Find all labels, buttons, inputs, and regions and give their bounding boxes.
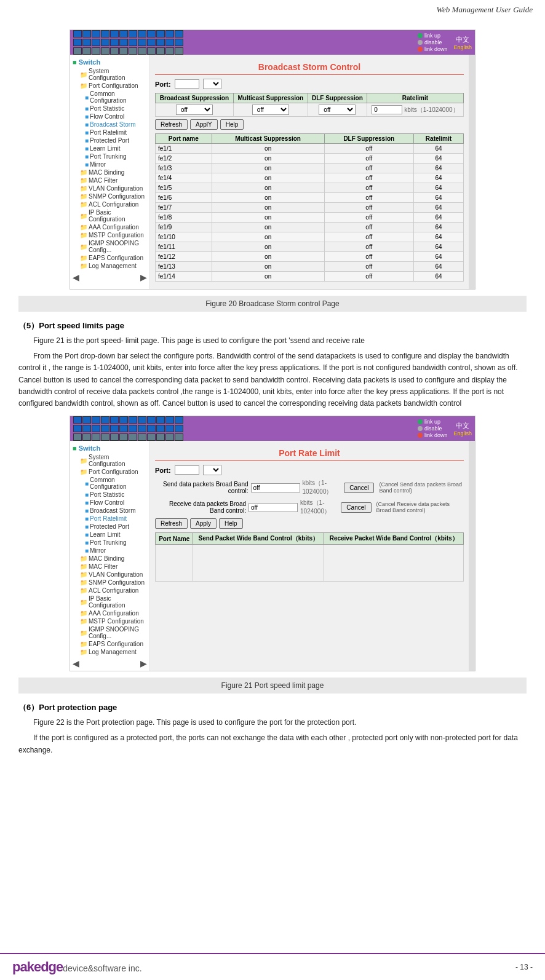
browser-chrome-1: link up disable link down 中文 English <box>70 30 475 55</box>
mc-off-select[interactable]: off <box>252 105 289 115</box>
sidebar2-item-statistic[interactable]: ■Port Statistic <box>82 491 147 499</box>
table-row: fe1/14 on off 64 <box>156 272 464 282</box>
sidebar2-item-ip[interactable]: 📁IP Basic Configuration <box>78 595 147 609</box>
sidebar2-item-mstp[interactable]: 📁MSTP Configuration <box>78 617 147 625</box>
sidebar-item-learn[interactable]: ■Learn Limit <box>82 144 147 152</box>
sidebar2-item-learn[interactable]: ■Learn Limit <box>82 531 147 539</box>
sidebar2-scroll-right[interactable]: ▶ <box>140 658 147 668</box>
sidebar-item-vlan[interactable]: 📁VLAN Configuration <box>78 184 147 192</box>
send-band-input[interactable] <box>251 483 300 492</box>
send-cancel-note: (Cancel Send data packets Broad Band con… <box>379 481 464 494</box>
sidebar-scroll-left[interactable]: ◀ <box>73 272 79 282</box>
sidebar-switch[interactable]: ■ Switch <box>73 57 147 67</box>
sidebar2-switch[interactable]: ■ Switch <box>73 443 147 453</box>
prl-help-button[interactable]: Help <box>219 518 243 529</box>
sidebar-item-flow[interactable]: ■Flow Control <box>82 113 147 121</box>
table-row: fe1/11 on off 64 <box>156 242 464 252</box>
scrollbar-1[interactable] <box>469 55 475 289</box>
sidebar-item-port[interactable]: 📁Port Configuration <box>78 82 147 90</box>
ratelimit-input[interactable] <box>372 105 402 114</box>
sidebar2-item-ratelimit[interactable]: ■Port Ratelimit <box>82 515 147 523</box>
sidebar-item-statistic[interactable]: ■Port Statistic <box>82 105 147 113</box>
prl-apply-button[interactable]: Apply <box>190 518 217 529</box>
table-row: fe1/1 on off 64 <box>156 144 464 154</box>
sidebar2-item-common[interactable]: ■Common Configuration <box>82 476 147 491</box>
sidebar-item-trunking[interactable]: ■Port Trunking <box>82 152 147 160</box>
sidebar2-item-trunking[interactable]: ■Port Trunking <box>82 539 147 547</box>
sidebar2-item-snmp[interactable]: 📁SNMP Configuration <box>78 579 147 587</box>
figure2-title: Port Rate Limit <box>155 446 464 461</box>
section5-para1: Figure 21 is the port speed- limit page.… <box>18 335 527 347</box>
sidebar-item-broadcast[interactable]: ■Broadcast Storm <box>82 121 147 128</box>
logo-rest: device&software inc. <box>63 963 141 973</box>
prl-port-select[interactable] <box>203 465 221 475</box>
apply-button-1[interactable]: ApplY <box>190 119 218 130</box>
send-band-label: Send data packets Broad Band control: <box>155 481 249 494</box>
figure1-content: Broadcast Storm Control Port: Broadcast … <box>150 55 469 289</box>
sidebar2-item-mac-filter[interactable]: 📁MAC Filter <box>78 563 147 571</box>
sidebar2-item-mirror[interactable]: ■Mirror <box>82 547 147 555</box>
sidebar-item-ratelimit[interactable]: ■Port Ratelimit <box>82 128 147 136</box>
figure2-main: ■ Switch 📁System Configuration 📁Port Con… <box>70 441 475 671</box>
sidebar-item-ip[interactable]: 📁IP Basic Configuration <box>78 208 147 223</box>
sidebar-item-acl[interactable]: 📁ACL Configuration <box>78 200 147 208</box>
dlf-suppression-header: DLF Suppression <box>308 93 367 103</box>
sidebar-item-mstp[interactable]: 📁MSTP Configuration <box>78 231 147 239</box>
port-select[interactable] <box>203 79 221 89</box>
sidebar-item-mac-binding[interactable]: 📁MAC Binding <box>78 168 147 176</box>
port-data-table-2: Port Name Send Packet Wide Band Control（… <box>155 532 464 582</box>
table-row: fe1/7 on off 64 <box>156 203 464 213</box>
sidebar-item-aaa[interactable]: 📁AAA Configuration <box>78 223 147 231</box>
sidebar-scroll-right[interactable]: ▶ <box>140 272 147 282</box>
table-row: fe1/3 on off 64 <box>156 164 464 173</box>
table-row: fe1/13 on off 64 <box>156 262 464 272</box>
bc-off-select[interactable]: off <box>176 105 213 115</box>
port-input[interactable] <box>175 79 199 89</box>
sidebar2-item-port[interactable]: 📁Port Configuration <box>78 468 147 476</box>
receive-kbits-label: kbits（1-1024000） <box>300 499 338 516</box>
sidebar2-item-system[interactable]: 📁System Configuration <box>78 453 147 468</box>
page-footer: pakedge device&software inc. - 13 - <box>0 953 545 980</box>
prl-port-input[interactable] <box>175 465 199 475</box>
sidebar2-item-acl[interactable]: 📁ACL Configuration <box>78 587 147 595</box>
col2-receive: Receive Packet Wide Band Control（kbits） <box>324 533 464 545</box>
receive-band-label: Receive data packets Broad Band control: <box>155 500 246 514</box>
sidebar2-item-flow[interactable]: ■Flow Control <box>82 499 147 507</box>
sidebar2-item-log[interactable]: 📁Log Management <box>78 648 147 656</box>
scrollbar-2[interactable] <box>469 441 475 671</box>
sidebar-item-igmp[interactable]: 📁IGMP SNOOPING Config... <box>78 239 147 254</box>
section6-para2: If the port is configured as a protected… <box>18 732 527 756</box>
help-button-1[interactable]: Help <box>220 119 244 130</box>
table-row: fe1/6 on off 64 <box>156 193 464 203</box>
sidebar2-item-igmp[interactable]: 📁IGMP SNOOPING Config... <box>78 625 147 640</box>
col2-send: Send Packet Wide Band Control（kbits） <box>193 533 324 545</box>
prl-btn-row: Refresh Apply Help <box>155 518 464 529</box>
sidebar2-item-eaps[interactable]: 📁EAPS Configuration <box>78 640 147 648</box>
suppression-ctrl-table: Broadcast Suppression Multicast Suppress… <box>155 93 464 117</box>
prl-refresh-button[interactable]: Refresh <box>155 518 188 529</box>
sidebar2-item-broadcast[interactable]: ■Broadcast Storm <box>82 507 147 515</box>
col-dlf-sup: DLF Suppression <box>324 134 413 144</box>
sidebar2-item-protected[interactable]: ■Protected Port <box>82 523 147 531</box>
sidebar-item-snmp[interactable]: 📁SNMP Configuration <box>78 192 147 200</box>
sidebar2-item-vlan[interactable]: 📁VLAN Configuration <box>78 571 147 579</box>
sidebar-item-mac-filter[interactable]: 📁MAC Filter <box>78 176 147 184</box>
refresh-button-1[interactable]: Refresh <box>155 119 188 130</box>
receive-band-input[interactable] <box>249 503 298 512</box>
send-cancel-button[interactable]: Cancel <box>344 483 374 493</box>
receive-cancel-button[interactable]: Cancel <box>341 502 371 513</box>
sidebar-item-log[interactable]: 📁Log Management <box>78 262 147 270</box>
sidebar-item-protected[interactable]: ■Protected Port <box>82 136 147 144</box>
sidebar2-scroll-left[interactable]: ◀ <box>73 658 79 668</box>
sidebar-item-system[interactable]: 📁System Configuration <box>78 67 147 82</box>
kbits-label: kbits（1-1024000） <box>404 106 458 113</box>
sidebar-item-mirror[interactable]: ■Mirror <box>82 160 147 168</box>
figure1-sidebar: ■ Switch 📁System Configuration 📁Port Con… <box>70 55 150 289</box>
table-row: fe1/8 on off 64 <box>156 213 464 223</box>
footer-logo: pakedge device&software inc. <box>12 959 142 975</box>
sidebar2-item-aaa[interactable]: 📁AAA Configuration <box>78 609 147 617</box>
sidebar-item-eaps[interactable]: 📁EAPS Configuration <box>78 254 147 262</box>
sidebar2-item-mac-binding[interactable]: 📁MAC Binding <box>78 555 147 563</box>
dlf-off-select[interactable]: off <box>319 105 356 115</box>
sidebar-item-common[interactable]: ■Common Configuration <box>82 90 147 105</box>
